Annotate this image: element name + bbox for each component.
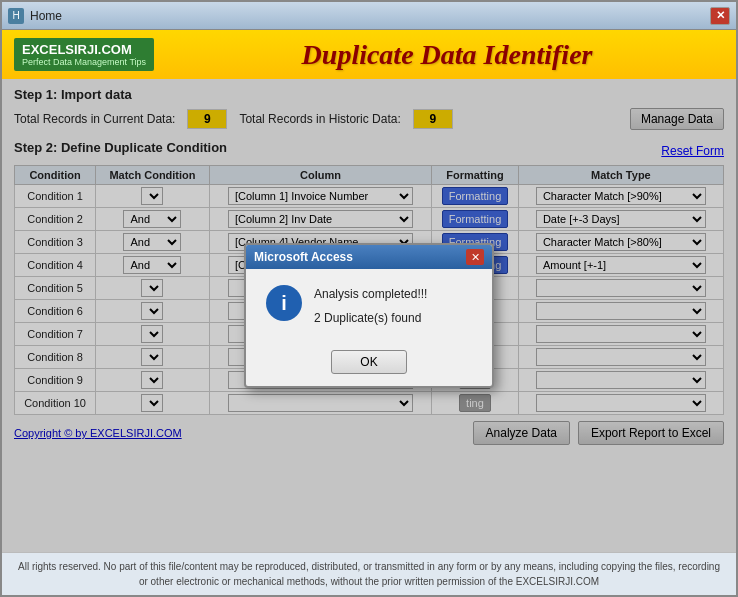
main-content: Step 1: Import data Total Records in Cur…: [2, 79, 736, 552]
modal-info-icon: i: [266, 285, 302, 321]
modal-message-line3: 2 Duplicate(s) found: [314, 309, 427, 328]
modal-title-bar: Microsoft Access ✕: [246, 245, 492, 269]
window-icon: H: [8, 8, 24, 24]
close-button[interactable]: ✕: [710, 7, 730, 25]
logo-box: EXCELSIRJI.COM Perfect Data Management T…: [14, 38, 154, 71]
bottom-footer-text: All rights reserved. No part of this fil…: [18, 561, 720, 587]
header-banner: EXCELSIRJI.COM Perfect Data Management T…: [2, 30, 736, 79]
logo-sub-text: Perfect Data Management Tips: [22, 57, 146, 67]
modal-body: i Analysis completed!!! 2 Duplicate(s) f…: [246, 269, 492, 343]
modal-dialog: Microsoft Access ✕ i Analysis completed!…: [244, 243, 494, 387]
bottom-footer: All rights reserved. No part of this fil…: [2, 552, 736, 595]
modal-footer: OK: [246, 344, 492, 386]
modal-title: Microsoft Access: [254, 250, 353, 264]
title-bar: H Home ✕: [2, 2, 736, 30]
title-bar-left: H Home: [8, 8, 62, 24]
logo-main-text: EXCELSIRJI.COM: [22, 42, 146, 57]
window-title: Home: [30, 9, 62, 23]
app-title: Duplicate Data Identifier: [170, 39, 724, 71]
main-window: H Home ✕ EXCELSIRJI.COM Perfect Data Man…: [0, 0, 738, 597]
modal-message-line1: Analysis completed!!!: [314, 285, 427, 304]
modal-overlay: Microsoft Access ✕ i Analysis completed!…: [2, 79, 736, 552]
modal-ok-button[interactable]: OK: [331, 350, 406, 374]
modal-message: Analysis completed!!! 2 Duplicate(s) fou…: [314, 285, 427, 327]
modal-close-button[interactable]: ✕: [466, 249, 484, 265]
